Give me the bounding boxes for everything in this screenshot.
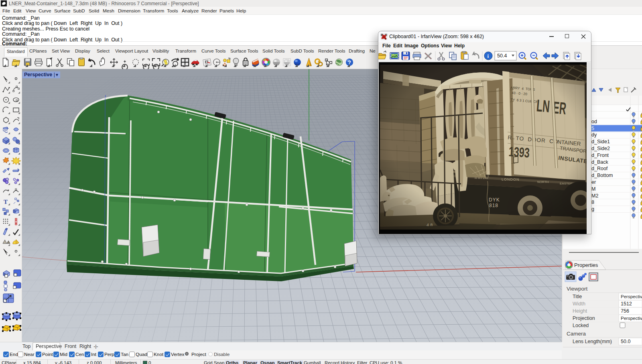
svg-text:756: 756 — [621, 308, 629, 314]
svg-text:od: od — [591, 119, 597, 124]
svg-text:d_Side1: d_Side1 — [591, 139, 610, 144]
svg-text:d_Back: d_Back — [591, 159, 608, 165]
svg-text:d_Side2: d_Side2 — [591, 146, 610, 151]
svg-text:i: i — [488, 53, 489, 59]
svg-text:III: III — [15, 212, 18, 216]
svg-text:M2: M2 — [591, 193, 598, 199]
svg-text:d_Front: d_Front — [591, 153, 609, 158]
svg-text:g: g — [591, 206, 594, 212]
svg-text:Projection: Projection — [573, 315, 595, 321]
svg-text:Camera: Camera — [567, 331, 586, 337]
svg-text:M: M — [591, 186, 595, 192]
svg-text:d_Roof: d_Roof — [591, 166, 608, 171]
svg-text:50.4: 50.4 — [497, 53, 507, 59]
svg-text:Perspective: Perspective — [621, 294, 642, 299]
svg-text:Lens Length(mm): Lens Length(mm) — [573, 339, 612, 344]
svg-text:Locked: Locked — [573, 323, 589, 328]
svg-text:d_Bottom: d_Bottom — [591, 173, 613, 178]
svg-text:Perspective: Perspective — [621, 316, 642, 321]
svg-text:dy: dy — [591, 132, 597, 138]
svg-text:Properties: Properties — [574, 262, 598, 268]
svg-text:50.0: 50.0 — [621, 339, 630, 344]
svg-text:T: T — [4, 199, 8, 205]
svg-text:8: 8 — [591, 199, 594, 205]
svg-text:Title: Title — [573, 294, 582, 299]
svg-text:er: er — [591, 179, 596, 185]
svg-text:Viewport: Viewport — [567, 286, 588, 292]
svg-text:1512: 1512 — [621, 301, 632, 307]
svg-text:Height: Height — [573, 308, 587, 314]
svg-text:?: ? — [348, 59, 351, 65]
svg-text:5: 5 — [591, 126, 594, 131]
svg-text:Width: Width — [573, 301, 585, 307]
